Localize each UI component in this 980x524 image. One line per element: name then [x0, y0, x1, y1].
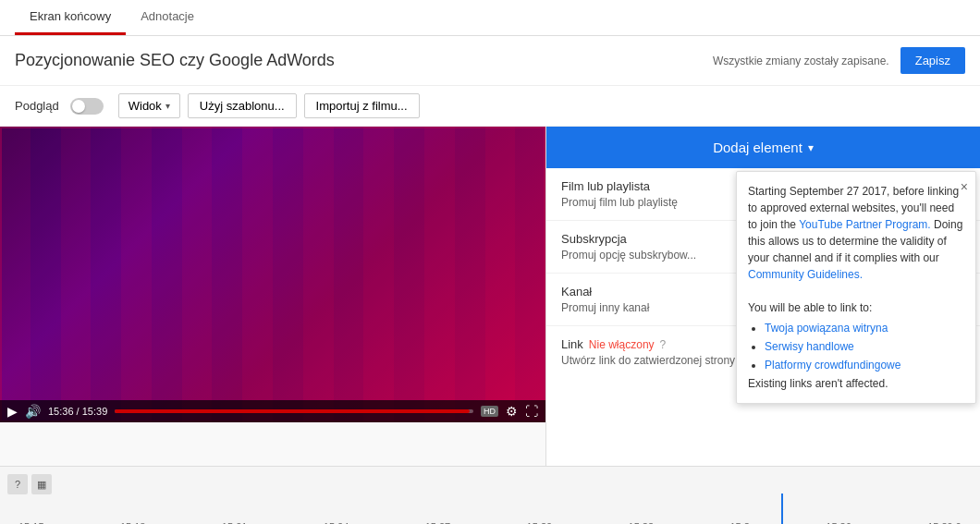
close-icon[interactable]: ×: [961, 177, 968, 197]
help-icon[interactable]: ?: [660, 338, 667, 351]
tooltip-list: Twoja powiązana witryna Serwisy handlowe…: [748, 320, 964, 373]
help-timeline-icon[interactable]: ?: [7, 474, 28, 494]
video-controls: ▶ 🔊 15:36 / 15:39 HD ⚙ ⛶: [0, 400, 545, 422]
right-panel: Dodaj element ▾ Film lub playlista Promu…: [545, 127, 980, 466]
total-time: 15:39: [82, 406, 108, 417]
add-element-button[interactable]: Dodaj element ▾: [546, 127, 980, 168]
chevron-down-icon: ▾: [165, 101, 170, 111]
hd-badge: HD: [481, 406, 498, 417]
timeline-marker[interactable]: [781, 494, 783, 524]
progress-bar[interactable]: [115, 409, 473, 413]
toggle-knob: [72, 100, 85, 113]
view-label: Widok: [129, 99, 162, 113]
import-button[interactable]: Importuj z filmu...: [304, 93, 420, 118]
tooltip-list-item-3: Platformy crowdfundingowe: [765, 357, 964, 373]
timeline-controls: ? ▦: [7, 474, 52, 494]
header-actions: Wszystkie zmiany zostały zapisane. Zapis…: [713, 47, 965, 74]
header-bar: Pozycjonowanie SEO czy Google AdWords Ws…: [0, 36, 980, 86]
video-player[interactable]: ▶ 🔊 15:36 / 15:39 HD ⚙ ⛶: [0, 127, 545, 422]
yt-partner-link[interactable]: YouTube Partner Program.: [799, 218, 931, 231]
dropdown-arrow-icon: ▾: [808, 141, 814, 154]
fullscreen-button[interactable]: ⛶: [525, 404, 538, 419]
community-guidelines-link[interactable]: Community Guidelines.: [748, 268, 863, 281]
tooltip-text4: Existing links aren't affected.: [748, 377, 888, 390]
settings-button[interactable]: ⚙: [506, 404, 518, 419]
link-status: Nie włączony: [589, 338, 655, 351]
save-button[interactable]: Zapisz: [900, 47, 965, 74]
page-title: Pozycjonowanie SEO czy Google AdWords: [15, 51, 335, 70]
link-serwisy[interactable]: Serwisy handlowe: [765, 340, 854, 353]
timeline-ruler: 15:15 15:18 15:21 15:24 15:27 15:30 15:3…: [0, 503, 980, 524]
main-content: ▶ 🔊 15:36 / 15:39 HD ⚙ ⛶ Dodaj element ▾: [0, 127, 980, 466]
add-element-label: Dodaj element: [713, 140, 802, 155]
preview-label: Podgląd: [15, 99, 59, 113]
tab-ekran-koncowy[interactable]: Ekran końcowy: [15, 0, 126, 35]
play-button[interactable]: ▶: [7, 404, 18, 419]
preview-toggle[interactable]: [70, 98, 104, 115]
time-display: 15:36 / 15:39: [48, 406, 107, 417]
tooltip-list-item-2: Serwisy handlowe: [765, 338, 964, 355]
view-dropdown[interactable]: Widok ▾: [118, 93, 180, 118]
tab-adnotacje[interactable]: Adnotacje: [126, 0, 209, 35]
tooltip-list-item-1: Twoja powiązana witryna: [765, 320, 964, 336]
link-platformy[interactable]: Platformy crowdfundingowe: [765, 359, 900, 372]
saved-status: Wszystkie zmiany zostały zapisane.: [713, 55, 889, 67]
video-panel: ▶ 🔊 15:36 / 15:39 HD ⚙ ⛶: [0, 127, 545, 466]
timeline-area: ? ▦ 15:15 15:18 15:21 15:24 15:27 15:30 …: [0, 466, 980, 524]
link-witryna[interactable]: Twoja powiązana witryna: [765, 322, 888, 335]
toolbar: Podgląd Widok ▾ Użyj szablonu... Importu…: [0, 86, 980, 127]
tab-bar: Ekran końcowy Adnotacje: [0, 0, 980, 36]
tooltip-popup: × Starting September 27 2017, before lin…: [736, 171, 976, 404]
volume-button[interactable]: 🔊: [25, 404, 41, 419]
tooltip-text3: You will be able to link to:: [748, 301, 872, 314]
template-button[interactable]: Użyj szablonu...: [188, 93, 297, 118]
current-time: 15:36: [48, 406, 74, 417]
progress-fill: [115, 409, 470, 413]
video-border: [0, 127, 545, 422]
link-name: Link: [561, 337, 583, 351]
grid-timeline-icon[interactable]: ▦: [31, 474, 52, 494]
